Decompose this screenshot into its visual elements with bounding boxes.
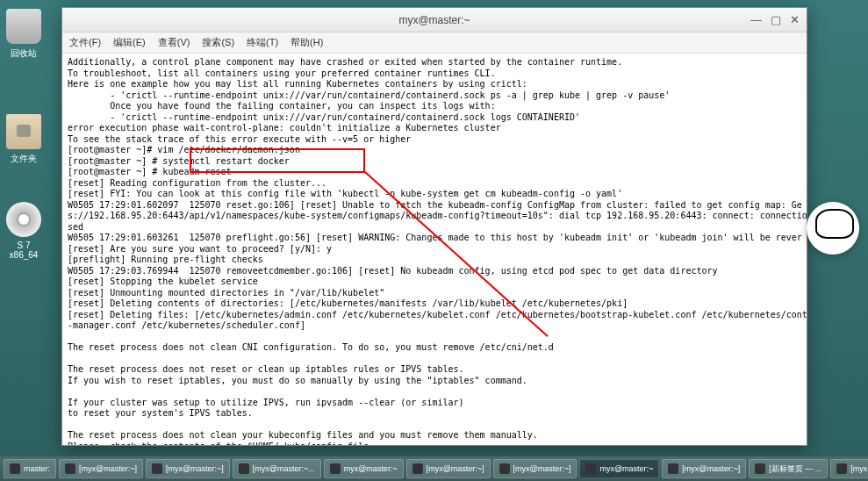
terminal-icon bbox=[65, 463, 75, 474]
taskbar-item-label: myx@master:~ bbox=[599, 464, 653, 473]
menu-terminal[interactable]: 终端(T) bbox=[247, 36, 278, 49]
titlebar[interactable]: myx@master:~ — ▢ ✕ bbox=[62, 8, 807, 32]
taskbar-item-label: myx@master:~ bbox=[344, 464, 398, 473]
maximize-button[interactable]: ▢ bbox=[771, 13, 781, 26]
terminal-icon bbox=[239, 463, 249, 474]
taskbar-item[interactable]: [myx@master:~] bbox=[662, 459, 746, 478]
menu-edit[interactable]: 编辑(E) bbox=[113, 36, 146, 49]
desktop-assistant-mascot[interactable] bbox=[807, 202, 859, 255]
taskbar-item-label: [myx@master:~] bbox=[427, 464, 484, 473]
taskbar-item[interactable]: [myx@master:~] bbox=[493, 459, 577, 478]
terminal-window: myx@master:~ — ▢ ✕ 文件(F) 编辑(E) 查看(V) 搜索(… bbox=[61, 7, 807, 446]
taskbar: master:[myx@master:~][myx@master:~][myx@… bbox=[0, 456, 868, 481]
menu-file[interactable]: 文件(F) bbox=[69, 36, 101, 49]
terminal-icon bbox=[499, 463, 510, 474]
menubar: 文件(F) 编辑(E) 查看(V) 搜索(S) 终端(T) 帮助(H) bbox=[62, 32, 807, 54]
terminal-icon bbox=[152, 463, 162, 474]
minimize-button[interactable]: — bbox=[750, 13, 762, 26]
taskbar-item-label: [myx@master:~... bbox=[253, 464, 315, 473]
cd-icon bbox=[6, 202, 41, 237]
taskbar-item[interactable]: [myx@master:~] bbox=[59, 459, 143, 478]
taskbar-item-label: [新标签页 — ... bbox=[769, 463, 821, 475]
taskbar-item-label: [myx@master:~] bbox=[79, 464, 137, 473]
cd-label: S 7 x86_64 bbox=[2, 240, 46, 260]
terminal-icon bbox=[330, 463, 341, 474]
terminal-icon bbox=[836, 463, 847, 474]
folder-label: 文件夹 bbox=[2, 153, 46, 165]
terminal-icon bbox=[668, 463, 678, 474]
taskbar-item[interactable]: [新标签页 — ... bbox=[749, 459, 828, 478]
menu-view[interactable]: 查看(V) bbox=[158, 36, 190, 49]
taskbar-item[interactable]: myx@master:~ bbox=[324, 459, 404, 478]
terminal-output[interactable]: Additionally, a control plane component … bbox=[62, 54, 807, 445]
terminal-icon bbox=[10, 463, 20, 474]
terminal-icon bbox=[412, 463, 423, 474]
menu-help[interactable]: 帮助(H) bbox=[291, 36, 323, 49]
taskbar-item[interactable]: master: bbox=[4, 459, 56, 478]
trash-icon bbox=[6, 9, 41, 44]
taskbar-item[interactable]: myx@master:~ bbox=[579, 459, 659, 478]
window-title: myx@master:~ bbox=[69, 14, 800, 26]
desktop-folder[interactable]: 文件夹 bbox=[2, 114, 46, 165]
taskbar-item[interactable]: [myx@master:~] bbox=[406, 459, 491, 478]
folder-icon bbox=[6, 114, 41, 149]
taskbar-item-label: [myx@master:~] bbox=[850, 464, 868, 473]
terminal-icon bbox=[755, 463, 765, 474]
trash-label: 回收站 bbox=[2, 47, 46, 60]
desktop-cd[interactable]: S 7 x86_64 bbox=[2, 202, 46, 260]
taskbar-item-label: [myx@master:~] bbox=[166, 464, 224, 473]
taskbar-item-label: [myx@master:~] bbox=[513, 464, 571, 473]
desktop-trash[interactable]: 回收站 bbox=[2, 9, 46, 60]
taskbar-item-label: [myx@master:~] bbox=[682, 464, 740, 473]
close-button[interactable]: ✕ bbox=[790, 13, 800, 26]
taskbar-item[interactable]: [myx@master:~] bbox=[830, 459, 868, 478]
terminal-icon bbox=[585, 463, 596, 474]
taskbar-item[interactable]: [myx@master:~... bbox=[233, 459, 321, 478]
taskbar-item-label: master: bbox=[24, 464, 50, 473]
menu-search[interactable]: 搜索(S) bbox=[202, 36, 234, 49]
taskbar-item[interactable]: [myx@master:~] bbox=[146, 459, 230, 478]
